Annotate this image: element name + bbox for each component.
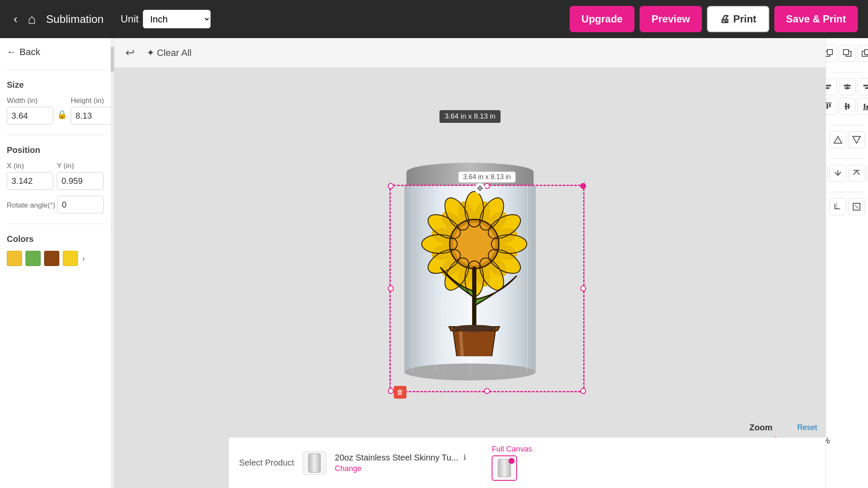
svg-point-37 <box>452 325 496 332</box>
svg-rect-67 <box>845 87 850 89</box>
align-copy-button[interactable] <box>857 45 868 62</box>
x-input[interactable] <box>7 172 53 190</box>
product-change-button[interactable]: Change <box>335 464 466 473</box>
width-input[interactable] <box>7 107 53 125</box>
svg-rect-76 <box>848 104 849 109</box>
sunflower-svg <box>398 178 559 356</box>
header-right: Upgrade Preview 🖨 Print Save & Print <box>570 6 858 32</box>
width-input-group: Width (in) <box>7 97 53 125</box>
layer-down-button[interactable] <box>829 165 846 182</box>
svg-rect-64 <box>826 87 829 89</box>
position-inputs-row: X (in) Y (in) <box>7 162 107 190</box>
sidebar-scrollbar[interactable] <box>111 38 114 488</box>
svg-text:!: ! <box>837 138 839 143</box>
color-swatch-1[interactable] <box>7 251 22 266</box>
colors-section: Colors › <box>7 234 107 266</box>
header-left: ‹ ⌂ Sublimation Unit Inch cm mm <box>10 10 211 28</box>
y-label: Y (in) <box>57 162 103 170</box>
svg-rect-78 <box>864 104 865 109</box>
colors-label: Colors <box>7 234 107 244</box>
canvas-option-1[interactable] <box>492 455 517 481</box>
rotate-label: Rotate angle(°) <box>7 201 56 209</box>
select-product-label: Select Product <box>239 458 294 468</box>
y-input[interactable] <box>57 172 103 190</box>
upgrade-button[interactable]: Upgrade <box>570 6 634 32</box>
position-section: Position X (in) Y (in) Rotate angle(°) <box>7 145 107 214</box>
align-center-v-button[interactable] <box>839 98 856 115</box>
canvas-options <box>492 455 532 481</box>
color-swatch-4[interactable] <box>63 251 78 266</box>
align-bottom-button[interactable] <box>857 98 868 115</box>
product-info: 20oz Stainless Steel Skinny Tu... ℹ Chan… <box>335 453 466 473</box>
svg-rect-54 <box>309 454 320 472</box>
svg-rect-75 <box>845 103 847 110</box>
clear-all-icon: ✦ <box>147 47 154 58</box>
header: ‹ ⌂ Sublimation Unit Inch cm mm Upgrade … <box>0 0 868 38</box>
svg-rect-57 <box>827 50 832 55</box>
zoom-label: Zoom <box>749 423 772 433</box>
size-tooltip: 3.64 in x 8.13 in <box>440 110 501 123</box>
unit-section: Unit Inch cm mm <box>121 10 211 28</box>
x-label: X (in) <box>7 162 53 170</box>
size-inputs-row: Width (in) 🔒 Height (in) <box>7 97 107 125</box>
undo-icon: ↩ <box>125 46 135 59</box>
colors-more-icon[interactable]: › <box>82 254 85 263</box>
x-input-group: X (in) <box>7 162 53 190</box>
size-section: Size Width (in) 🔒 Height (in) <box>7 80 107 125</box>
svg-rect-73 <box>829 104 831 107</box>
flip-warning-button[interactable]: ! <box>829 131 846 148</box>
color-swatch-2[interactable] <box>25 251 41 266</box>
product-thumb-icon <box>306 452 323 474</box>
preview-button[interactable]: Preview <box>640 6 702 32</box>
crop-reset-button[interactable] <box>848 198 865 215</box>
lock-icon[interactable]: 🔒 <box>57 109 67 119</box>
zoom-header: Zoom Reset <box>749 423 817 433</box>
align-back-button[interactable] <box>839 45 856 62</box>
alignment-group-1 <box>820 45 868 62</box>
right-divider-1 <box>830 72 864 72</box>
crop-button[interactable] <box>829 198 846 215</box>
align-right-button[interactable] <box>857 78 868 95</box>
rotate-row: Rotate angle(°) <box>7 196 107 214</box>
align-row-3 <box>820 98 868 115</box>
sidebar-divider-2 <box>7 135 107 135</box>
home-icon[interactable]: ⌂ <box>28 11 36 27</box>
layer-bottom-button[interactable] <box>867 165 868 182</box>
left-sidebar: ← Back Size Width (in) 🔒 Height (in) <box>0 38 114 488</box>
nav-back-button[interactable]: ‹ <box>10 11 21 28</box>
right-divider-3 <box>830 158 864 159</box>
crop-row <box>829 198 865 215</box>
app-name-label: Sublimation <box>46 13 104 26</box>
canvas-area: ↩ ✦ Clear All 3.64 in x 8.13 in <box>114 38 826 488</box>
svg-rect-72 <box>826 104 828 109</box>
back-arrow-icon: ← <box>7 47 16 58</box>
height-input[interactable] <box>71 107 114 125</box>
right-divider-4 <box>830 192 864 192</box>
svg-marker-82 <box>853 136 860 143</box>
clear-all-button[interactable]: ✦ Clear All <box>142 45 196 61</box>
unit-select[interactable]: Inch cm mm <box>143 10 211 28</box>
layer-top-button[interactable] <box>848 165 865 182</box>
main-layout: ← Back Size Width (in) 🔒 Height (in) <box>0 38 868 488</box>
back-button[interactable]: ← Back <box>7 45 107 59</box>
bottom-bar: Select Product 20oz Stainless Steel Sk <box>229 437 826 488</box>
flip-horizontal-button[interactable] <box>848 131 865 148</box>
canvas-content[interactable]: 3.64 in x 8.13 in <box>114 68 826 488</box>
print-icon: 🖨 <box>720 13 730 25</box>
y-input-group: Y (in) <box>57 162 103 190</box>
undo-button[interactable]: ↩ <box>123 44 137 62</box>
width-label: Width (in) <box>7 97 53 105</box>
align-center-h-button[interactable] <box>839 78 856 95</box>
product-thumbnail <box>303 451 326 475</box>
zoom-reset-button[interactable]: Reset <box>797 423 817 432</box>
product-info-icon[interactable]: ℹ <box>463 453 466 462</box>
color-swatch-3[interactable] <box>44 251 59 266</box>
artwork-container[interactable] <box>387 170 570 365</box>
print-button[interactable]: 🖨 Print <box>707 6 769 32</box>
save-print-button[interactable]: Save & Print <box>774 6 858 32</box>
svg-rect-79 <box>866 105 868 109</box>
flip-group: ! <box>829 131 865 148</box>
sidebar-divider-3 <box>7 224 107 224</box>
rotate-input[interactable] <box>57 196 104 214</box>
align-row-1 <box>820 45 868 62</box>
